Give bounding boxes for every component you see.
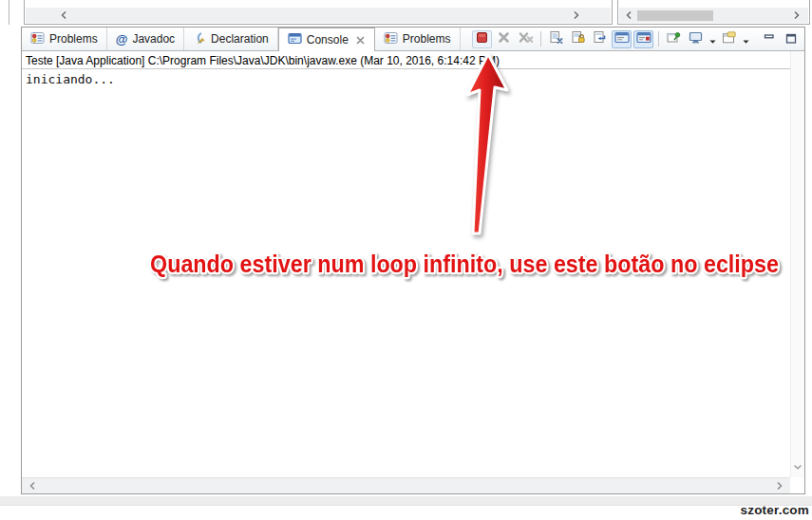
- scroll-right-icon[interactable]: [776, 481, 784, 491]
- console-vscrollbar[interactable]: [790, 51, 804, 477]
- tab-problems-2[interactable]: Problems: [375, 28, 461, 50]
- tab-console[interactable]: Console: [278, 28, 375, 51]
- display-console-dropdown[interactable]: [708, 30, 717, 48]
- show-stdout-icon: [614, 30, 630, 47]
- pin-console-icon: [667, 30, 681, 47]
- console-hscrollbar[interactable]: [22, 477, 790, 493]
- view-minmax-group: [761, 31, 799, 47]
- scrollbar-thumb[interactable]: [637, 10, 713, 21]
- tab-problems[interactable]: Problems: [22, 28, 107, 50]
- editor-right-hscrollbar[interactable]: [619, 8, 808, 23]
- remove-launch-icon: [498, 30, 510, 47]
- display-console-icon: [689, 30, 703, 47]
- remove-launch-button[interactable]: [494, 30, 514, 48]
- close-icon[interactable]: [355, 35, 366, 46]
- editor-panel-left: [24, 0, 613, 25]
- maximize-button[interactable]: [783, 31, 799, 47]
- tab-javadoc[interactable]: @ Javadoc: [107, 28, 184, 50]
- window-edge-divider: [9, 0, 9, 25]
- dropdown-icon: [709, 30, 716, 47]
- console-output-text: iniciando...: [22, 69, 790, 89]
- scroll-left-icon[interactable]: [625, 10, 633, 20]
- view-tabbar: Problems @ Javadoc Declaration Console: [22, 28, 804, 51]
- show-stderr-button[interactable]: [633, 30, 653, 48]
- console-process-header: Teste [Java Application] C:\Program File…: [22, 51, 804, 69]
- screenshot-stage: Problems @ Javadoc Declaration Console: [0, 0, 812, 520]
- maximize-icon: [785, 30, 797, 47]
- console-icon: [288, 32, 302, 47]
- tab-label: Declaration: [211, 32, 269, 46]
- dropdown-icon: [743, 30, 749, 47]
- show-stdout-button[interactable]: [612, 30, 632, 48]
- console-toolbar: [472, 28, 804, 50]
- terminate-button[interactable]: [472, 30, 492, 48]
- display-selected-console-button[interactable]: [686, 30, 706, 48]
- status-strip: [0, 496, 812, 506]
- annotation-text: Quando estiver num loop infinito, use es…: [145, 245, 791, 285]
- scroll-left-icon[interactable]: [60, 10, 67, 20]
- scroll-left-icon[interactable]: [28, 481, 36, 491]
- tab-label: Problems: [403, 32, 451, 46]
- tab-declaration[interactable]: Declaration: [184, 28, 278, 50]
- tab-label: Console: [307, 33, 349, 46]
- scroll-down-icon[interactable]: [793, 457, 803, 474]
- editor-panel-right: [617, 0, 810, 25]
- open-console-dropdown[interactable]: [741, 30, 750, 48]
- open-console-button[interactable]: [719, 30, 739, 48]
- toolbar-separator: [658, 31, 659, 46]
- remove-all-terminated-button[interactable]: [516, 30, 536, 48]
- annotation-arrow: [452, 48, 515, 240]
- toolbar-separator: [540, 31, 541, 46]
- word-wrap-icon: [593, 30, 607, 47]
- editor-left-hscrollbar[interactable]: [26, 8, 611, 23]
- tab-label: Problems: [49, 32, 98, 46]
- clear-console-button[interactable]: [546, 30, 566, 48]
- clear-console-icon: [549, 30, 563, 47]
- javadoc-icon: @: [116, 33, 128, 46]
- scroll-lock-icon: [571, 30, 585, 47]
- svg-text:Quando estiver num loop infini: Quando estiver num loop infinito, use es…: [150, 251, 779, 277]
- open-console-icon: [722, 30, 736, 47]
- problems-icon: [30, 31, 45, 47]
- scroll-right-icon[interactable]: [573, 10, 580, 20]
- scroll-lock-button[interactable]: [568, 30, 588, 48]
- scroll-right-icon[interactable]: [793, 10, 801, 20]
- tab-label: Javadoc: [132, 32, 175, 46]
- word-wrap-button[interactable]: [590, 30, 610, 48]
- pin-console-button[interactable]: [664, 30, 684, 48]
- problems-icon: [384, 31, 398, 47]
- watermark: szoter.com: [740, 503, 809, 517]
- show-stderr-icon: [636, 30, 651, 47]
- minimize-icon: [764, 30, 775, 47]
- terminate-icon: [476, 30, 488, 47]
- minimize-button[interactable]: [761, 31, 777, 47]
- remove-all-icon: [519, 30, 534, 47]
- declaration-icon: [193, 31, 206, 47]
